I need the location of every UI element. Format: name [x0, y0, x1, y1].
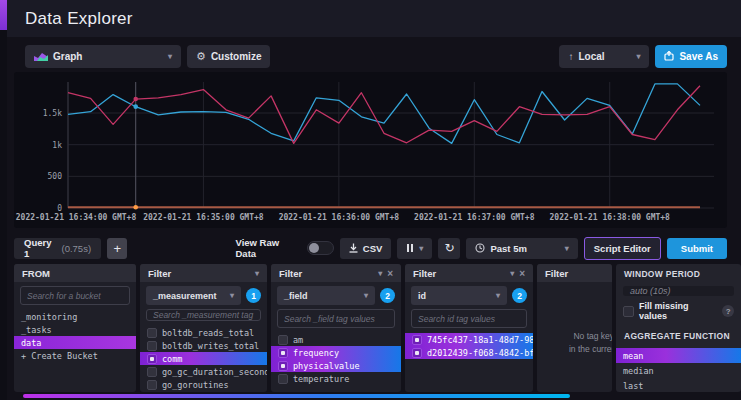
list-item-label: go_gc_duration_seconds — [162, 367, 267, 377]
checkbox[interactable] — [147, 341, 157, 351]
customize-button[interactable]: ⚙ Customize — [187, 45, 270, 68]
download-icon — [349, 243, 358, 253]
help-icon[interactable]: ? — [722, 305, 734, 317]
list-item[interactable]: last — [616, 378, 741, 392]
clock-icon — [475, 243, 485, 253]
close-icon[interactable]: × — [519, 268, 525, 279]
checkbox[interactable] — [147, 380, 157, 390]
list-item-label: temperature — [293, 374, 349, 384]
list-item[interactable]: boltdb_writes_total — [140, 339, 267, 352]
checkbox[interactable] — [278, 348, 288, 358]
list-item[interactable]: d2012439-f068-4842-bfef-8… — [405, 346, 533, 359]
aggregate-function-list: meanmedianlast — [616, 348, 741, 392]
filter-panel-header: Filter — [537, 264, 612, 282]
query-tab[interactable]: Query 1 (0.75s) — [14, 238, 101, 259]
checkbox[interactable] — [278, 361, 288, 371]
chevron-down-icon: ▾ — [565, 244, 569, 253]
chevron-down-icon: ▾ — [168, 52, 172, 61]
time-range-label: Past 5m — [490, 243, 526, 254]
list-item[interactable]: comm — [140, 352, 267, 365]
visualization-type-dropdown[interactable]: Graph ▾ — [25, 45, 181, 68]
script-editor-button[interactable]: Script Editor — [584, 237, 661, 260]
list-item[interactable]: _monitoring — [14, 310, 136, 323]
list-item[interactable]: 745fc437-18a1-48d7-98a6-7… — [405, 333, 533, 346]
time-range-dropdown[interactable]: Past 5m ▾ — [466, 238, 577, 259]
bucket-search-input[interactable] — [20, 286, 130, 305]
measurement-search-input[interactable] — [146, 309, 261, 321]
list-item[interactable]: physicalvalue — [271, 359, 401, 372]
pause-button[interactable]: ▾ — [397, 238, 432, 259]
page-title: Data Explorer — [25, 9, 133, 29]
left-scrollbar-track[interactable] — [0, 0, 7, 400]
list-item[interactable]: go_goroutines — [140, 378, 267, 391]
checkbox[interactable] — [147, 328, 157, 338]
list-item[interactable]: go_gc_duration_seconds — [140, 365, 267, 378]
x-axis-label: 2022-01-21 16:36:00 GMT+8 — [279, 213, 400, 222]
list-item[interactable]: + Create Bucket — [14, 349, 136, 362]
query-bar: Query 1 (0.75s) + View Raw Data CSV ▾ ↻ — [14, 236, 727, 260]
list-item-label: _monitoring — [21, 312, 77, 322]
chevron-down-icon[interactable]: ▾ — [255, 269, 259, 278]
checkbox[interactable] — [412, 348, 422, 358]
horizontal-scrollbar[interactable] — [23, 394, 570, 398]
list-item[interactable]: go_info — [140, 391, 267, 392]
list-item[interactable]: median — [616, 363, 741, 378]
x-axis-label: 2022-01-21 16:35:00 GMT+8 — [143, 213, 264, 222]
list-item[interactable]: data — [14, 336, 136, 349]
filter-panel-empty: Filter No tag keys fou in the current ti… — [537, 264, 612, 392]
field-search-input[interactable] — [277, 309, 395, 328]
save-as-button[interactable]: Save As — [655, 45, 727, 68]
refresh-button[interactable]: ↻ — [438, 238, 460, 259]
list-item-label: d2012439-f068-4842-bfef-8… — [427, 348, 533, 358]
view-raw-data-toggle[interactable] — [307, 241, 334, 255]
csv-download-button[interactable]: CSV — [340, 238, 392, 259]
chevron-down-icon: ▾ — [230, 291, 234, 300]
list-item[interactable]: frequency — [271, 346, 401, 359]
tag-key-label: _measurement — [153, 291, 217, 301]
fill-missing-checkbox[interactable] — [623, 306, 634, 317]
list-item[interactable]: mean — [616, 348, 741, 363]
checkbox[interactable] — [147, 367, 157, 377]
filter-panel-header: Filter ▾ — [140, 264, 267, 282]
submit-button[interactable]: Submit — [667, 238, 727, 259]
bucket-list: _monitoring_tasksdata+ Create Bucket — [14, 310, 136, 362]
filter-panel-id: Filter ▾ × id ▾ 2 745fc437-18a1-48d7-98a… — [405, 264, 533, 392]
aggregate-function-title: AGGREGATE FUNCTION — [624, 331, 733, 341]
add-query-button[interactable]: + — [107, 238, 127, 259]
list-item[interactable]: _tasks — [14, 323, 136, 336]
left-scrollbar-thumb[interactable] — [0, 0, 7, 30]
list-item-label: comm — [162, 354, 182, 364]
tag-key-dropdown[interactable]: _field ▾ — [277, 286, 375, 305]
local-dropdown[interactable]: ↑ Local ▾ — [559, 45, 649, 68]
time-series-chart[interactable]: 05001k1.5k2022-01-21 16:34:00 GMT+82022-… — [14, 72, 727, 228]
series-blue — [68, 84, 700, 143]
csv-label: CSV — [363, 243, 383, 254]
chevron-down-icon[interactable]: ▾ — [378, 269, 382, 278]
checkbox[interactable] — [412, 335, 422, 345]
checkbox[interactable] — [278, 374, 288, 384]
checkbox[interactable] — [278, 335, 288, 345]
list-item[interactable]: am — [271, 333, 401, 346]
fill-missing-row: Fill missing values ? — [623, 301, 734, 321]
id-search-input[interactable] — [411, 309, 527, 328]
toolbar: Graph ▾ ⚙ Customize ↑ Local ▾ Save As — [25, 44, 727, 68]
close-icon[interactable]: × — [387, 268, 393, 279]
list-item-label: mean — [623, 351, 643, 361]
list-item[interactable]: temperature — [271, 372, 401, 385]
tag-key-label: _field — [284, 291, 308, 301]
local-label: Local — [578, 51, 604, 62]
window-period-value[interactable]: auto (10s) — [623, 286, 734, 296]
toggle-knob — [309, 243, 319, 253]
pause-icon — [406, 243, 414, 254]
list-item[interactable]: boltdb_reads_total — [140, 326, 267, 339]
tag-key-dropdown[interactable]: _measurement ▾ — [146, 286, 241, 305]
list-item-label: 745fc437-18a1-48d7-98a6-7… — [427, 335, 533, 345]
gear-icon: ⚙ — [196, 50, 206, 63]
list-item-label: data — [21, 338, 41, 348]
chevron-down-icon[interactable]: ▾ — [510, 269, 514, 278]
tag-key-dropdown[interactable]: id ▾ — [411, 286, 507, 305]
checkbox[interactable] — [147, 354, 157, 364]
empty-filter-message: No tag keys fou in the current time — [543, 330, 612, 356]
from-title: FROM — [22, 268, 50, 279]
chevron-down-icon: ▾ — [364, 291, 368, 300]
